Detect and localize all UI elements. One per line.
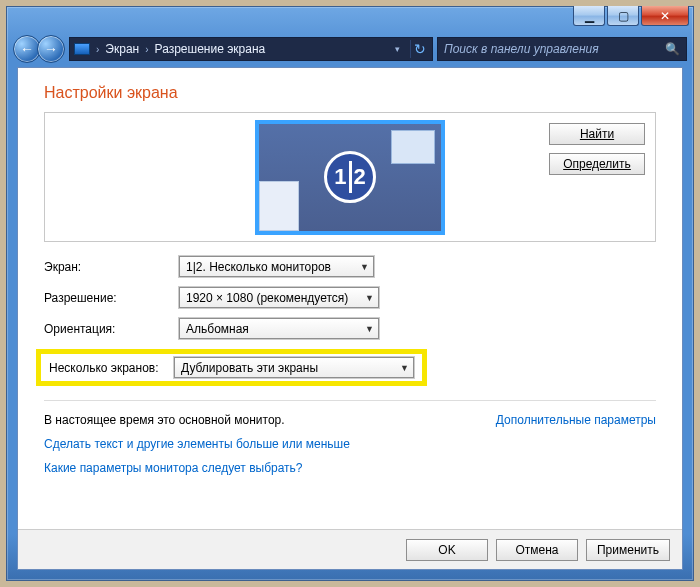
maximize-button[interactable]: ▢ [607, 6, 639, 26]
dialog-footer: OK Отмена Применить [18, 529, 682, 569]
client-area: Настройки экрана 1 2 Найти Определить Эк… [17, 67, 683, 570]
window-frame: ▁ ▢ ✕ ← → › Экран › Разрешение экрана ▾ … [6, 6, 694, 581]
primary-monitor-note-row: В настоящее время это основной монитор. … [44, 400, 656, 427]
resolution-select[interactable]: 1920 × 1080 (рекомендуется) ▼ [179, 287, 379, 308]
orientation-label: Ориентация: [44, 322, 179, 336]
preview-side-buttons: Найти Определить [549, 123, 645, 175]
search-placeholder: Поиск в панели управления [444, 42, 599, 56]
resolution-row: Разрешение: 1920 × 1080 (рекомендуется) … [44, 287, 656, 308]
multi-display-label: Несколько экранов: [44, 361, 174, 375]
chevron-down-icon: ▼ [400, 363, 409, 373]
screen-value: 1|2. Несколько мониторов [186, 260, 331, 274]
multi-display-select[interactable]: Дублировать эти экраны ▼ [174, 357, 414, 378]
apply-button[interactable]: Применить [586, 539, 670, 561]
breadcrumb-item[interactable]: Экран [105, 42, 139, 56]
taskbar-icon [259, 181, 299, 231]
window-icon [391, 130, 435, 164]
nav-buttons: ← → [13, 35, 65, 63]
orientation-value: Альбомная [186, 322, 249, 336]
monitor-thumbnail[interactable]: 1 2 [255, 120, 445, 235]
highlight-box: Несколько экранов: Дублировать эти экран… [36, 349, 427, 386]
screen-label: Экран: [44, 260, 179, 274]
refresh-button[interactable]: ↻ [410, 40, 428, 58]
divider-icon [349, 161, 352, 193]
multi-display-row: Несколько экранов: Дублировать эти экран… [44, 349, 656, 386]
advanced-settings-link[interactable]: Дополнительные параметры [496, 413, 656, 427]
cancel-button[interactable]: Отмена [496, 539, 578, 561]
find-button[interactable]: Найти [549, 123, 645, 145]
monitor-number-badge: 1 2 [324, 151, 376, 203]
forward-button[interactable]: → [37, 35, 65, 63]
breadcrumb-item[interactable]: Разрешение экрана [155, 42, 266, 56]
settings-form: Экран: 1|2. Несколько мониторов ▼ Разреш… [44, 256, 656, 386]
resolution-label: Разрешение: [44, 291, 179, 305]
detect-button[interactable]: Определить [549, 153, 645, 175]
breadcrumb-sep-icon: › [145, 44, 148, 55]
ok-button[interactable]: OK [406, 539, 488, 561]
screen-row: Экран: 1|2. Несколько мониторов ▼ [44, 256, 656, 277]
display-preview: 1 2 Найти Определить [44, 112, 656, 242]
monitor-number-1: 1 [334, 164, 346, 190]
resolution-value: 1920 × 1080 (рекомендуется) [186, 291, 348, 305]
text-size-link[interactable]: Сделать текст и другие элементы больше и… [44, 437, 656, 451]
help-links: Сделать текст и другие элементы больше и… [44, 437, 656, 475]
primary-monitor-note: В настоящее время это основной монитор. [44, 413, 285, 427]
which-monitor-link[interactable]: Какие параметры монитора следует выбрать… [44, 461, 656, 475]
minimize-button[interactable]: ▁ [573, 6, 605, 26]
window-controls: ▁ ▢ ✕ [573, 6, 689, 26]
titlebar: ▁ ▢ ✕ [7, 7, 693, 35]
chevron-down-icon: ▼ [360, 262, 369, 272]
chevron-down-icon: ▼ [365, 293, 374, 303]
chevron-down-icon: ▼ [365, 324, 374, 334]
navbar: ← → › Экран › Разрешение экрана ▾ ↻ Поис… [7, 35, 693, 67]
orientation-row: Ориентация: Альбомная ▼ [44, 318, 656, 339]
control-panel-icon [74, 43, 90, 55]
search-icon: 🔍 [665, 42, 680, 56]
monitor-number-2: 2 [354, 164, 366, 190]
multi-display-value: Дублировать эти экраны [181, 361, 318, 375]
address-dropdown-icon[interactable]: ▾ [395, 44, 400, 54]
address-bar[interactable]: › Экран › Разрешение экрана ▾ ↻ [69, 37, 433, 61]
breadcrumb-sep-icon: › [96, 44, 99, 55]
orientation-select[interactable]: Альбомная ▼ [179, 318, 379, 339]
close-button[interactable]: ✕ [641, 6, 689, 26]
search-box[interactable]: Поиск в панели управления 🔍 [437, 37, 687, 61]
screen-select[interactable]: 1|2. Несколько мониторов ▼ [179, 256, 374, 277]
page-title: Настройки экрана [44, 84, 656, 102]
